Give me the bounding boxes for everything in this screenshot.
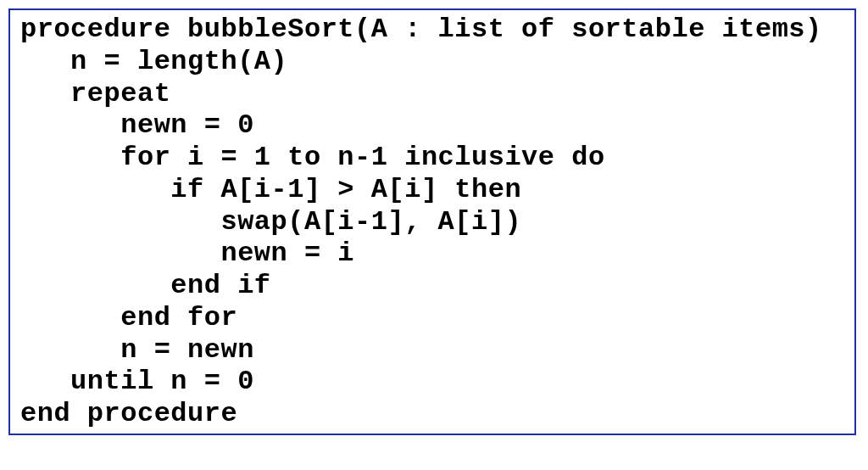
code-line: until n = 0 (20, 366, 844, 398)
code-line: end if (20, 270, 844, 302)
code-line: end procedure (20, 398, 844, 430)
code-line: for i = 1 to n-1 inclusive do (20, 142, 844, 174)
code-line: n = length(A) (20, 46, 844, 78)
code-line: if A[i-1] > A[i] then (20, 174, 844, 206)
code-line: n = newn (20, 334, 844, 366)
code-line: newn = i (20, 238, 844, 270)
pseudocode-box: procedure bubbleSort(A : list of sortabl… (8, 8, 856, 435)
code-line: procedure bubbleSort(A : list of sortabl… (20, 14, 844, 46)
code-line: newn = 0 (20, 109, 844, 142)
code-line: repeat (20, 78, 844, 110)
code-line: swap(A[i-1], A[i]) (20, 206, 844, 238)
code-line: end for (20, 302, 844, 334)
